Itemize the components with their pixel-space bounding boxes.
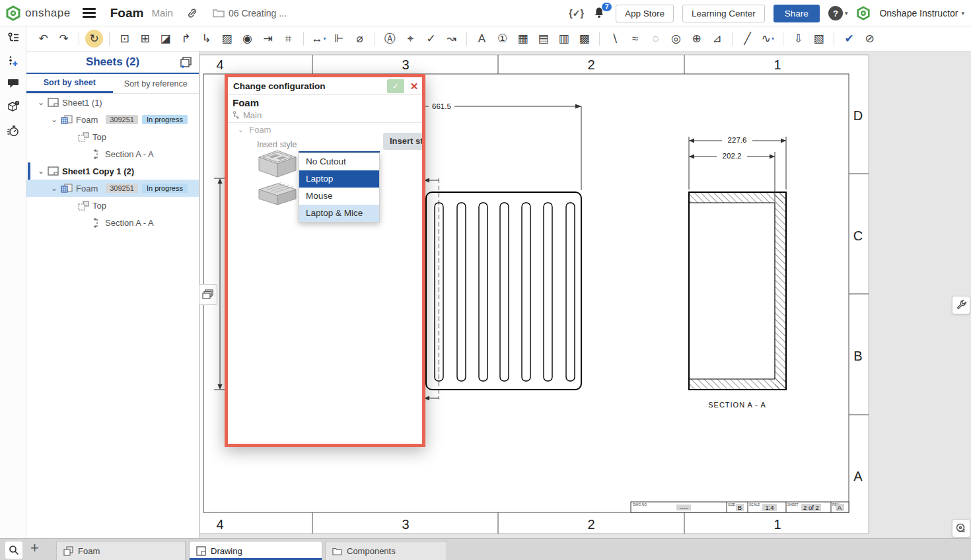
help-cube-button[interactable]: ? <box>5 98 21 114</box>
dialog-content: Change configuration ✓ ✕ Foam Main ⌄ Foa… <box>228 77 422 444</box>
app-store-button[interactable]: App Store <box>616 5 674 22</box>
learning-center-button[interactable]: Learning Center <box>682 5 765 22</box>
tree-row-top-view-2[interactable]: Top <box>26 197 199 214</box>
insert-view-button[interactable]: ⊡ <box>116 30 133 48</box>
crop-view-button[interactable]: ⌗ <box>279 30 297 48</box>
table-button[interactable]: ▦ <box>514 30 532 48</box>
geometric-tolerance-button[interactable]: ⌖ <box>402 30 419 48</box>
hole-table-button[interactable]: ▥ <box>555 30 573 48</box>
tab-components[interactable]: Components <box>325 541 447 560</box>
section-view-icon <box>92 149 102 159</box>
aligned-section-button[interactable]: ↳ <box>198 30 215 48</box>
link-icon[interactable] <box>186 7 198 19</box>
inspection-symbol-button[interactable]: ① <box>493 30 511 48</box>
revision-table-icon: ▩ <box>579 33 589 44</box>
diameter-dimension-button[interactable]: ⌀ <box>351 30 369 48</box>
view-label: Top <box>92 201 106 211</box>
option-laptop-and-mice[interactable]: Laptop & Mice <box>299 205 379 222</box>
tab-foam-part-studio[interactable]: Foam <box>56 541 186 560</box>
centerline-bisector-button[interactable]: ≈ <box>626 30 644 48</box>
sketch-line-button[interactable]: ╱ <box>738 30 756 48</box>
document-outline-button[interactable] <box>5 30 21 46</box>
cube-question-icon: ? <box>7 100 20 113</box>
tab-sort-by-reference[interactable]: Sort by reference <box>113 74 199 93</box>
note-button[interactable]: A <box>473 30 491 48</box>
chevron-down-icon[interactable]: ⌄ <box>49 115 59 124</box>
measure-button[interactable] <box>952 519 970 538</box>
tree-row-section-view-1[interactable]: Section A - A <box>26 145 199 162</box>
projected-view-button[interactable]: ⊞ <box>136 30 154 48</box>
chevron-down-icon[interactable]: ⌄ <box>36 166 46 176</box>
history-button[interactable] <box>5 123 21 139</box>
spline-button[interactable]: ∿▾ <box>759 30 777 48</box>
weld-symbol-button[interactable]: ↝ <box>443 30 460 48</box>
show-hidden-dimensions-button[interactable]: ✔ <box>840 30 858 48</box>
centerline-button[interactable]: ∖ <box>606 30 624 48</box>
chevron-down-icon[interactable]: ⌄ <box>49 184 59 193</box>
feature-script-icon[interactable]: {✓} <box>569 8 584 18</box>
help-menu-button[interactable]: ? ▾ <box>828 6 848 20</box>
tangent-line-button[interactable]: ⊿ <box>708 30 726 48</box>
zoom-tools-button[interactable] <box>5 542 22 559</box>
ordinate-dimension-button[interactable]: ⊩ <box>330 30 348 48</box>
auxiliary-view-icon: ◪ <box>160 33 170 44</box>
dialog-header[interactable]: Change configuration ✓ ✕ <box>228 77 422 95</box>
sheet-label: Sheet1 Copy 1 (2) <box>62 166 134 176</box>
close-button[interactable]: ✕ <box>408 79 421 93</box>
weld-symbol-icon: ↝ <box>447 33 456 44</box>
tree-row-sheet1-copy[interactable]: ⌄ Sheet1 Copy 1 (2) <box>26 162 199 180</box>
datum-button[interactable]: Ⓐ <box>381 30 399 48</box>
dimension-button[interactable]: ↔▾ <box>310 30 328 48</box>
drawing-properties-button[interactable] <box>952 296 970 314</box>
broken-view-button[interactable]: ⇥ <box>259 30 277 48</box>
export-dxf-button[interactable]: ⇩ <box>789 30 807 48</box>
chevron-down-icon[interactable]: ⌄ <box>36 98 46 107</box>
top-bar: onshape Foam Main 06 Creating ... {✓} 7 … <box>0 0 971 26</box>
tree-row-top-view-1[interactable]: Top <box>26 128 199 145</box>
configuration-group-row[interactable]: ⌄ Foam <box>238 125 271 135</box>
folder-name[interactable]: 06 Creating ... <box>229 8 287 18</box>
tree-row-sheet1[interactable]: ⌄ Sheet1 (1) <box>26 94 199 111</box>
surface-finish-button[interactable]: ✓ <box>422 30 440 48</box>
bom-table-button[interactable]: ▤ <box>534 30 552 48</box>
tree-row-foam-1[interactable]: ⌄ Foam 309251 In progress <box>26 111 199 128</box>
workspace-name[interactable]: Main <box>151 7 173 18</box>
tangent-line-icon: ⊿ <box>712 33 721 44</box>
circular-center-mark-button[interactable]: ◎ <box>667 30 685 48</box>
update-references-button[interactable]: ↻ <box>85 30 103 48</box>
hide-dimensions-button[interactable]: ⊘ <box>861 30 879 48</box>
detail-view-button[interactable]: ◉ <box>238 30 256 48</box>
option-mouse[interactable]: Mouse <box>299 188 379 205</box>
foam-top-view[interactable] <box>426 192 581 390</box>
option-no-cutout[interactable]: No Cutout <box>299 153 379 170</box>
comments-button[interactable] <box>5 75 21 91</box>
insert-image-button[interactable]: ▧ <box>810 30 828 48</box>
tab-sort-by-sheet[interactable]: Sort by sheet <box>26 74 113 93</box>
section-view-button[interactable]: ▨ <box>218 30 236 48</box>
center-mark-pattern-button[interactable]: ◌ <box>647 30 665 48</box>
add-sheet-button[interactable] <box>179 56 192 70</box>
confirm-button[interactable]: ✓ <box>387 79 404 93</box>
share-button[interactable]: Share <box>773 5 820 22</box>
undo-button[interactable]: ↶ <box>34 30 52 48</box>
revision-table-button[interactable]: ▩ <box>575 30 593 48</box>
auxiliary-view-button[interactable]: ◪ <box>157 30 174 48</box>
dialog-part-name: Foam <box>233 97 259 108</box>
insert-image-icon: ▧ <box>813 33 824 44</box>
section-line-button[interactable]: ↱ <box>177 30 195 48</box>
ordinate-dimension-icon: ⊩ <box>334 33 344 44</box>
redo-button[interactable]: ↷ <box>55 30 73 48</box>
sheets-panel-collapse-handle[interactable] <box>199 284 217 305</box>
hamburger-menu-icon[interactable] <box>83 6 96 20</box>
center-mark-button[interactable]: ⊕ <box>688 30 705 48</box>
tree-row-foam-2[interactable]: ⌄ Foam 309251 In progress <box>26 180 199 197</box>
tree-row-section-view-2[interactable]: Section A - A <box>26 214 199 231</box>
user-menu-button[interactable]: Onshape Instructor ▾ <box>879 8 964 18</box>
insert-reference-button[interactable] <box>5 53 21 69</box>
add-tab-button[interactable]: + <box>30 540 39 557</box>
notifications-button[interactable]: 7 <box>593 5 607 21</box>
option-laptop[interactable]: Laptop <box>299 170 379 188</box>
toolbar-separator <box>834 32 834 46</box>
tab-drawing[interactable]: Drawing <box>189 541 322 560</box>
svg-text:C: C <box>853 228 863 243</box>
